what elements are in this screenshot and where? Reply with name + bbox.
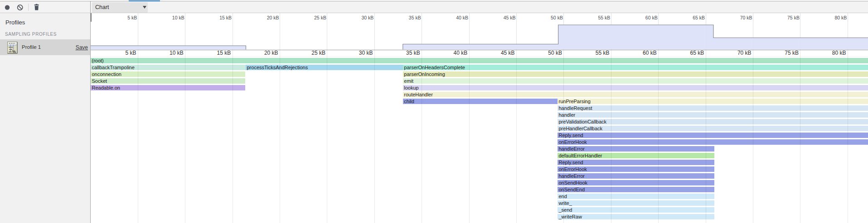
svg-text:%: % xyxy=(12,49,16,53)
